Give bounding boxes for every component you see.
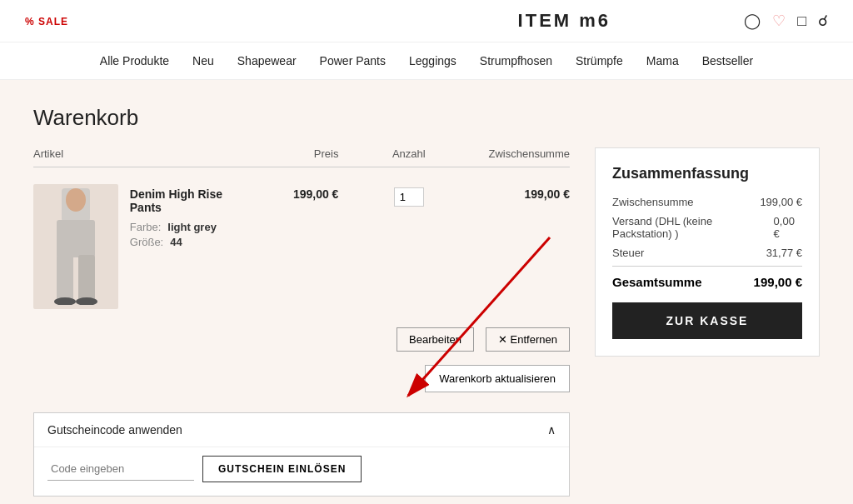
product-qty: [355, 184, 462, 207]
table-header: Artikel Preis Anzahl Zwischensumme: [33, 147, 570, 167]
nav-item[interactable]: Strümpfe: [576, 54, 623, 67]
cart-actions: Bearbeiten ✕ Entfernen: [33, 327, 570, 352]
edit-button[interactable]: Bearbeiten: [397, 327, 474, 352]
product-details: Denim High Rise Pants Farbe: light grey …: [130, 184, 248, 251]
user-icon[interactable]: ◯: [744, 12, 761, 30]
cart-icon[interactable]: □: [797, 12, 806, 30]
summary-rows: Zwischensumme199,00 €Versand (DHL (keine…: [612, 196, 802, 259]
nav-item[interactable]: Alle Produkte: [100, 54, 169, 67]
coupon-section: Gutscheincode anwenden ∧ GUTSCHEIN EINLÖ…: [33, 412, 570, 497]
summary-row: Zwischensumme199,00 €: [612, 196, 802, 208]
cart-area: Artikel Preis Anzahl Zwischensumme: [33, 147, 820, 497]
groesse-label: Größe:: [130, 236, 163, 248]
site-header: % SALE ITEM m6 ◯ ♡ □ ☌: [0, 0, 853, 42]
summary-row-value: 31,77 €: [766, 247, 802, 259]
checkout-button[interactable]: ZUR KASSE: [612, 302, 802, 339]
summary-row: Versand (DHL (keine Packstation) )0,00 €: [612, 215, 802, 240]
arrow-overlay: Gutscheincode anwenden ∧ GUTSCHEIN EINLÖ…: [33, 412, 570, 497]
coupon-redeem-button[interactable]: GUTSCHEIN EINLÖSEN: [202, 456, 362, 482]
coupon-header-label: Gutscheincode anwenden: [47, 423, 182, 437]
coupon-header[interactable]: Gutscheincode anwenden ∧: [34, 413, 569, 447]
nav-item[interactable]: Neu: [192, 54, 214, 67]
farbe-value: light grey: [167, 221, 217, 233]
product-color-row: Farbe: light grey: [130, 221, 248, 233]
search-icon[interactable]: ☌: [818, 12, 828, 30]
product-subtotal: 199,00 €: [462, 184, 570, 201]
nav-item[interactable]: Power Pants: [320, 54, 386, 67]
nav-item[interactable]: Strumpfhosen: [480, 54, 552, 67]
summary-title: Zusammenfassung: [612, 165, 802, 182]
th-zwischensumme: Zwischensumme: [462, 147, 570, 160]
remove-button[interactable]: ✕ Entfernen: [486, 327, 570, 352]
total-label: Gesamtsumme: [612, 275, 702, 289]
svg-rect-1: [57, 220, 95, 257]
summary-row-value: 0,00 €: [774, 215, 802, 240]
summary-row-label: Zwischensumme: [612, 196, 694, 208]
nav-item[interactable]: Leggings: [409, 54, 456, 67]
product-image: [33, 184, 118, 309]
product-info: Denim High Rise Pants Farbe: light grey …: [33, 184, 248, 309]
summary-row-label: Versand (DHL (keine Packstation) ): [612, 215, 774, 240]
summary-total-row: Gesamtsumme 199,00 €: [612, 266, 802, 289]
product-price: 199,00 €: [248, 184, 356, 201]
product-name: Denim High Rise Pants: [130, 187, 248, 214]
th-preis: Preis: [248, 147, 356, 160]
nav-item[interactable]: Shapewear: [237, 54, 297, 67]
main-content: Warenkorb Artikel Preis Anzahl Zwischens…: [0, 80, 853, 504]
coupon-toggle-icon[interactable]: ∧: [547, 423, 556, 437]
nav-item[interactable]: Bestseller: [702, 54, 753, 67]
groesse-value: 44: [170, 236, 182, 248]
header-left: % SALE: [25, 14, 385, 27]
total-value: 199,00 €: [754, 275, 802, 289]
page-title: Warenkorb: [33, 105, 820, 131]
th-anzahl: Anzahl: [355, 147, 462, 160]
summary-row: Steuer31,77 €: [612, 247, 802, 259]
svg-rect-3: [78, 255, 95, 301]
svg-rect-2: [57, 255, 73, 301]
cart-left: Artikel Preis Anzahl Zwischensumme: [33, 147, 570, 497]
heart-icon[interactable]: ♡: [772, 12, 786, 30]
coupon-input[interactable]: [47, 457, 194, 481]
qty-input[interactable]: [394, 187, 424, 207]
coupon-body: GUTSCHEIN EINLÖSEN: [34, 447, 569, 496]
cart-row: Denim High Rise Pants Farbe: light grey …: [33, 176, 570, 317]
th-artikel: Artikel: [33, 147, 248, 160]
cart-right: Zusammenfassung Zwischensumme199,00 €Ver…: [595, 147, 820, 497]
summary-box: Zusammenfassung Zwischensumme199,00 €Ver…: [595, 147, 820, 357]
product-size-row: Größe: 44: [130, 236, 248, 248]
summary-row-label: Steuer: [612, 247, 644, 259]
update-cart-button[interactable]: Warenkorb aktualisieren: [425, 365, 570, 392]
sale-badge[interactable]: % SALE: [25, 16, 68, 27]
header-icons: ◯ ♡ □ ☌: [744, 12, 828, 30]
farbe-label: Farbe:: [130, 221, 162, 233]
svg-point-6: [66, 188, 86, 212]
main-nav: Alle ProdukteNeuShapewearPower PantsLegg…: [0, 42, 853, 80]
summary-row-value: 199,00 €: [760, 196, 802, 208]
nav-item[interactable]: Mama: [646, 54, 679, 67]
site-logo[interactable]: ITEM m6: [385, 10, 745, 32]
